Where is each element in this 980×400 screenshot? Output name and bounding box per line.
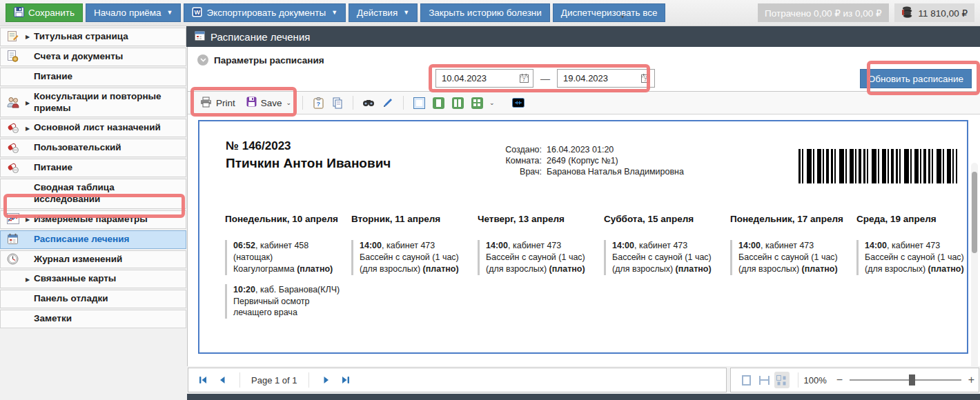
coins-icon xyxy=(901,6,914,20)
view-multi-page-icon[interactable] xyxy=(470,96,484,110)
entry-description: Первичный осмотр лечащего врача xyxy=(233,297,310,318)
toolbar-overflow-icon[interactable]: ▾ xyxy=(621,14,625,20)
sidebar-item-label: Пользовательский xyxy=(1,139,126,157)
sidebar-item[interactable]: Пользовательский xyxy=(0,139,186,157)
spent-badge: Потрачено 0,00 ₽ из 0,00 ₽ xyxy=(758,3,889,22)
sidebar-item[interactable]: ▶Связанные карты xyxy=(0,270,186,288)
schedule-day-header: Вторник, 11 апреля xyxy=(351,214,469,224)
toolbar-button[interactable]: Действия▼ xyxy=(349,3,418,22)
vertical-scrollbar-thumb[interactable] xyxy=(972,172,977,253)
schedule-day-header: Четверг, 13 апреля xyxy=(478,214,595,224)
svg-text:7: 7 xyxy=(522,77,525,82)
last-page-icon[interactable] xyxy=(340,374,352,386)
prev-page-icon[interactable] xyxy=(216,374,228,386)
pills-icon xyxy=(7,162,19,174)
zoom-in-button[interactable]: + xyxy=(964,374,979,386)
svg-text:?: ? xyxy=(316,101,320,108)
chevron-down-icon: ▼ xyxy=(167,10,173,16)
entry-location: , кабинет 473 xyxy=(508,241,561,250)
toolbar-button-label: Экспортировать документы xyxy=(206,8,326,18)
chevron-down-icon[interactable]: ⌄ xyxy=(489,99,495,106)
people-icon xyxy=(7,97,19,109)
sidebar-item[interactable]: Питание xyxy=(0,68,186,86)
fit-width-icon[interactable] xyxy=(511,96,525,110)
document-number: № 146/2023 xyxy=(226,139,291,153)
expand-arrow-icon[interactable]: ▶ xyxy=(26,276,30,282)
edit-pen-icon[interactable] xyxy=(381,96,395,110)
toolbar-button[interactable]: Закрыть историю болезни xyxy=(420,3,550,22)
sidebar: ▶Титульная страницаСчета и документыПита… xyxy=(0,28,186,400)
sidebar-item[interactable]: Расписание лечения xyxy=(0,230,186,249)
date-to-input[interactable] xyxy=(558,73,636,83)
chevron-down-icon: ▼ xyxy=(403,10,409,16)
sidebar-item[interactable]: ▶Основной лист назначений xyxy=(0,119,186,137)
sidebar-item[interactable]: Счета и документы xyxy=(0,48,186,66)
view-single-page-icon[interactable] xyxy=(431,96,445,110)
collapse-section-icon[interactable] xyxy=(197,54,208,66)
calendar-picker-icon[interactable]: 7 xyxy=(636,70,654,87)
next-page-icon[interactable] xyxy=(320,374,333,386)
entry-time: 14:00 xyxy=(486,241,508,250)
toolbar-button-label: Диспетчеризовать все xyxy=(561,8,658,18)
view-two-pages-icon[interactable] xyxy=(451,96,464,110)
toolbar-button-label: Начало приёма xyxy=(94,8,161,18)
expand-arrow-icon[interactable]: ▶ xyxy=(26,125,30,131)
copy-page-icon[interactable] xyxy=(331,96,344,110)
entry-time: 06:52 xyxy=(233,241,255,250)
entry-time: 14:00 xyxy=(360,241,382,250)
sidebar-item[interactable]: ▶Титульная страница xyxy=(0,28,186,46)
entry-time: 14:00 xyxy=(865,241,887,250)
entry-description: Коагулограмма xyxy=(233,264,297,274)
sidebar-item[interactable]: Заметки xyxy=(0,310,186,328)
zoom-out-button[interactable]: − xyxy=(832,374,847,386)
expand-arrow-icon[interactable]: ▶ xyxy=(26,217,30,223)
date-from-field[interactable]: 7 xyxy=(435,69,533,88)
toolbar-button[interactable]: Начало приёма▼ xyxy=(86,3,181,22)
zoom-slider-handle[interactable] xyxy=(909,374,915,386)
expand-arrow-icon[interactable]: ▶ xyxy=(26,34,30,40)
document-meta: Создано:16.04.2023 01:20Комната:2649 (Ко… xyxy=(489,144,684,177)
sidebar-item[interactable]: ▶Измеряемые параметры xyxy=(0,210,186,229)
entry-location: , кабинет 473 xyxy=(761,241,814,250)
balance-label: 11 810,00 ₽ xyxy=(919,8,968,19)
toolbar-button-label: Закрыть историю болезни xyxy=(429,8,542,18)
page-title-bar: Расписание лечения xyxy=(186,26,980,47)
parameters-icon[interactable]: ? xyxy=(311,96,325,110)
sidebar-item[interactable]: ▶Консультации и повторные приемы xyxy=(0,88,186,118)
entry-location: , каб. Баранова(КЛЧ) xyxy=(255,285,340,294)
date-range-dash: — xyxy=(540,73,550,84)
document-meta-row: Комната:2649 (Корпус №1) xyxy=(489,155,684,166)
entry-location: , кабинет 473 xyxy=(382,241,435,250)
multi-page-zoom-icon[interactable] xyxy=(774,372,790,388)
barcode xyxy=(798,149,957,183)
svg-text:7: 7 xyxy=(644,77,647,82)
export-save-button-label: Save xyxy=(261,98,282,108)
save-button[interactable]: Сохранить xyxy=(6,3,83,22)
calendar-picker-icon[interactable]: 7 xyxy=(515,70,533,87)
print-button[interactable]: Print xyxy=(197,95,238,111)
find-icon[interactable] xyxy=(362,96,375,110)
first-page-icon[interactable] xyxy=(197,374,209,386)
sidebar-item[interactable]: Питание xyxy=(0,159,186,177)
vertical-scrollbar[interactable] xyxy=(971,163,978,366)
export-save-button[interactable]: Save ⌄ xyxy=(244,95,294,110)
refresh-schedule-button[interactable]: Обновить расписание xyxy=(860,69,972,88)
expand-arrow-icon[interactable]: ▶ xyxy=(26,99,30,106)
schedule-entry: 06:52, кабинет 458 (натощак)Коагулограмм… xyxy=(225,240,342,275)
toolbar-button[interactable]: WЭкспортировать документы▼ xyxy=(184,3,346,22)
zoom-slider-track xyxy=(850,379,961,381)
sidebar-item[interactable]: Журнал изменений xyxy=(0,250,186,269)
meta-value: 2649 (Корпус №1) xyxy=(547,155,618,166)
toolbar-button[interactable]: Диспетчеризовать все xyxy=(553,3,666,22)
calendar-icon xyxy=(195,30,205,43)
sidebar-item[interactable]: Сводная таблица исследований xyxy=(0,179,186,209)
fit-page-width-icon[interactable] xyxy=(757,372,772,388)
zoom-slider[interactable] xyxy=(850,374,961,386)
date-from-input[interactable] xyxy=(436,73,515,83)
fit-page-icon[interactable] xyxy=(739,372,754,388)
sidebar-item[interactable]: Панель отладки xyxy=(0,290,186,308)
date-to-field[interactable]: 7 xyxy=(557,69,655,88)
schedule-entry: 10:20, каб. Баранова(КЛЧ)Первичный осмот… xyxy=(225,284,342,319)
sidebar-item-label: Счета и документы xyxy=(1,48,127,66)
view-continuous-icon[interactable] xyxy=(412,96,426,110)
